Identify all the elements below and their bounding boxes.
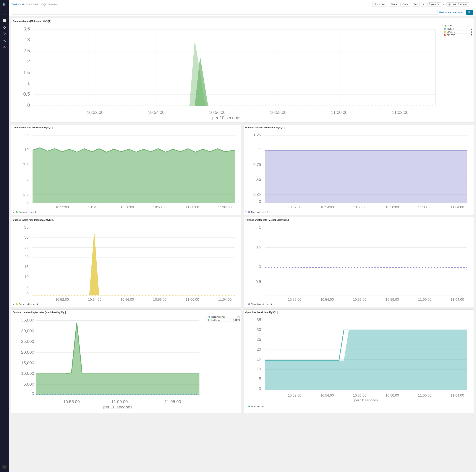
svg-text:15: 15 [24,265,29,269]
legend-row-insert: INSERT 0 [442,27,472,31]
pause-button[interactable]: ⏸ [421,2,426,7]
sent-label: Sent bytes [211,319,232,321]
svg-text:11:00:00: 11:00:00 [418,393,431,397]
svg-text:-0.5: -0.5 [254,280,261,284]
svg-text:0.5: 0.5 [23,91,30,97]
svg-text:2.5: 2.5 [23,48,30,53]
row-4: Sent and received bytes rates [Metricbea… [11,309,474,414]
svg-text:10:58:00: 10:58:00 [386,297,399,301]
running-threads-toggle[interactable]: ∨ [245,211,247,213]
svg-text:30,000: 30,000 [21,328,34,333]
bytes-chart-area: 35,000 30,000 25,000 20,000 15,000 10,00… [13,315,205,412]
opened-tables-toggle[interactable]: ∨ [13,303,14,305]
sidebar: ⌂ 📈 ◎ 🛡 🔧 ⚙ ▶ [0,0,9,472]
svg-text:10:54:00: 10:54:00 [88,297,101,301]
clone-button[interactable]: Clone [400,2,410,7]
svg-text:12.5: 12.5 [21,133,29,137]
open-files-toggle[interactable]: ∨ [245,405,247,408]
svg-text:11:00:00: 11:00:00 [111,399,128,404]
threads-created-toggle[interactable]: ∨ [245,303,247,305]
svg-text:10:52:00: 10:52:00 [55,297,69,301]
interval-next-button[interactable]: › [471,2,473,6]
command-rates-legend: › SELECT 0 INSERT 0 UPDATE [442,24,472,121]
running-threads-panel: Running threads [Metricbeat MySQL] 1.25 … [244,125,474,215]
svg-text:11:00:00: 11:00:00 [186,205,199,209]
interval-prev-button[interactable]: ‹ [442,2,445,6]
svg-text:0.5: 0.5 [255,245,261,249]
page-title: [Metricbeat MySQL] Overview [26,3,58,6]
fullscreen-button[interactable]: Full screen [372,2,387,7]
open-files-value: 31 [262,405,264,407]
received-label: Received bytes [211,316,235,318]
svg-text:10:54:00: 10:54:00 [88,205,101,209]
svg-text:10:54:00: 10:54:00 [148,110,165,115]
bytes-title: Sent and received bytes rates [Metricbea… [13,311,240,314]
edit-button[interactable]: Edit [412,2,420,7]
svg-text:1.25: 1.25 [254,133,261,137]
svg-text:3.5: 3.5 [23,26,30,31]
threads-created-panel: Threads created rate [Metricbeat MySQL] … [244,217,474,307]
svg-text:10:56:00: 10:56:00 [209,110,225,115]
svg-text:10:58:00: 10:58:00 [386,393,399,397]
svg-text:0: 0 [27,103,30,108]
opened-tables-legend: ∨ Opened tables rate 0 [13,303,240,305]
svg-text:11:04:00: 11:04:00 [451,297,464,301]
search-input[interactable] [12,10,438,15]
legend-row-received: › Received bytes 36 [206,315,240,318]
svg-text:per 10 seconds: per 10 seconds [103,404,133,409]
breadcrumb-dashboard-link[interactable]: Dashboard [12,3,24,6]
sidebar-item-devtools[interactable]: 🔧 [1,37,7,43]
sidebar-item-security[interactable]: 🛡 [1,31,7,37]
search-bar: Uses lucene query syntax 🔍 [9,9,476,16]
svg-text:11:04:00: 11:04:00 [218,297,232,301]
select-dot [445,25,446,27]
connections-rate-panel: Connections rate [Metricbeat MySQL] 12.5… [11,125,241,215]
svg-text:10:58:00: 10:58:00 [270,110,287,115]
svg-text:10:58:00: 10:58:00 [386,205,399,209]
connections-rate-svg: 12.5 10 7.5 5 2.5 0 10:52:00 10 [13,130,240,210]
delete-value: 0 [468,34,472,36]
svg-text:per 10 seconds: per 10 seconds [212,115,241,120]
svg-text:10:58:00: 10:58:00 [153,297,167,301]
svg-text:11:00:00: 11:00:00 [186,297,199,301]
play-button[interactable]: ▶ [2,465,7,469]
threads-created-svg: 1 0.5 0 -0.5 -1 10:52:00 10:54:00 10:56:… [245,223,472,302]
svg-text:10: 10 [256,367,261,371]
svg-text:-1: -1 [257,292,261,296]
svg-text:11:00:00: 11:00:00 [418,297,431,301]
svg-text:0: 0 [26,292,29,296]
expand-select-icon[interactable]: › [442,25,443,27]
threads-created-value: 0 [271,303,272,305]
sidebar-item-settings[interactable]: ⚙ [1,44,7,50]
legend-row-delete: DELETE 0 [442,34,472,37]
svg-text:10:55:00: 10:55:00 [63,399,80,404]
svg-text:5,000: 5,000 [23,382,34,386]
command-rates-chart: 3.5 3 2.5 2 1.5 1 0.5 0 [13,24,441,121]
opened-tables-dot [16,303,18,305]
time-range-display[interactable]: 🕐 Last 15 minutes [446,2,469,6]
kibana-logo[interactable] [1,1,7,7]
svg-text:0.5: 0.5 [255,177,261,182]
svg-text:5: 5 [259,377,261,381]
svg-marker-88 [89,230,99,295]
sidebar-item-dashboard[interactable]: ◎ [1,24,7,30]
header-actions: Full screen Share Clone Edit ⏸ 5 seconds… [372,2,473,7]
search-button[interactable]: 🔍 [466,10,473,15]
open-files-label: Open files [251,405,260,407]
legend-row-select: › SELECT 0 [442,24,472,27]
open-files-title: Open files [Metricbeat MySQL] [245,311,472,314]
svg-text:35,000: 35,000 [21,317,34,322]
connections-value: 9 [35,211,36,213]
expand-received-icon[interactable]: › [206,316,207,318]
svg-text:25,000: 25,000 [21,339,34,344]
svg-text:0.25: 0.25 [254,192,261,196]
open-files-panel: Open files [Metricbeat MySQL] 35 30 25 2… [244,309,474,414]
command-rates-panel: Command rates [Metricbeat MySQL] 3.5 3 2… [11,18,474,122]
breadcrumb-separator: / [25,3,25,6]
connections-toggle[interactable]: ∨ [13,211,14,213]
share-button[interactable]: Share [389,2,399,7]
sidebar-item-home[interactable]: ⌂ [1,11,7,17]
lucene-hint: Uses lucene query syntax [439,11,465,14]
connections-dot [16,211,18,213]
sidebar-item-visualize[interactable]: 📈 [1,17,7,23]
